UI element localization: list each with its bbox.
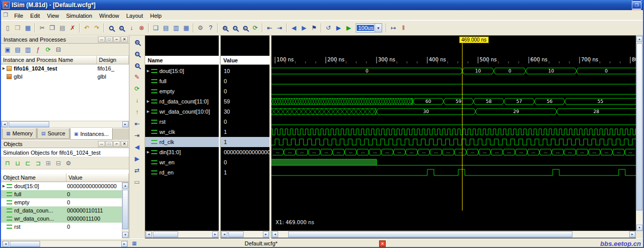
dock-undock-icon[interactable]: ↔ [98, 141, 105, 147]
next-marker-icon[interactable]: ▶ [132, 154, 142, 164]
scroll-left-button[interactable]: ◄ [272, 231, 278, 237]
waveform-canvas[interactable]: 100 ns200 ns300 ns400 ns500 ns600 ns700 … [272, 36, 636, 238]
horizontal-scrollbar[interactable]: ◄► [145, 231, 219, 238]
new-document-icon[interactable]: ▯ [3, 23, 13, 33]
object-row[interactable]: wr_data_coun...00000011100 [1, 215, 129, 223]
scrollbar-thumb[interactable] [228, 231, 244, 237]
expand-icon[interactable]: ▶ [145, 110, 151, 114]
horizontal-scrollbar[interactable]: ◄► [2, 240, 128, 247]
scroll-right-button[interactable]: ► [121, 241, 127, 247]
expand-icon[interactable]: ▶ [1, 184, 7, 188]
scroll-left-button[interactable]: ◄ [3, 241, 9, 247]
wave-signal-row[interactable]: rst [145, 117, 219, 127]
previous-transition-icon[interactable]: ⇤ [132, 119, 142, 129]
filter-input-ports-icon[interactable]: ⊓ [3, 158, 13, 168]
zoom-full-view-icon[interactable]: ▪ [240, 23, 250, 33]
scroll-down-button[interactable]: ▼ [636, 225, 642, 231]
settings-gear-icon[interactable]: ⚙ [63, 158, 74, 168]
scroll-up-button[interactable]: ▲ [636, 36, 642, 42]
scroll-right-button[interactable]: ► [122, 121, 128, 127]
find-in-files-icon[interactable]: ≡ [116, 23, 126, 33]
scrollbar-thumb[interactable] [10, 241, 40, 247]
column-object-value[interactable]: Value [66, 173, 129, 182]
tab-source[interactable]: ▤Source [37, 128, 69, 139]
expand-icon[interactable]: ▶ [145, 150, 151, 154]
new-window-icon[interactable]: ❏ [151, 23, 161, 33]
step-icon[interactable]: ↦ [388, 23, 398, 33]
scroll-right-button[interactable]: ► [212, 231, 218, 237]
zoom-full-view-icon[interactable]: ▪ [132, 60, 142, 70]
previous-marker-icon[interactable]: ◀ [289, 23, 299, 33]
filter-output-ports-icon[interactable]: ⊔ [13, 158, 23, 168]
show-functions-icon[interactable]: ƒ [33, 45, 43, 55]
scroll-left-button[interactable]: ◄ [2, 121, 8, 127]
maximize-panel-icon[interactable]: □ [106, 141, 113, 147]
zoom-out-icon[interactable]: − [132, 49, 142, 59]
wave-signal-row[interactable]: ▶dout[15:0] [145, 66, 219, 76]
go-to-latest-time-icon[interactable]: ↓ [132, 95, 142, 105]
wave-value-row[interactable]: 10 [221, 66, 269, 76]
wrench-icon[interactable]: ⚙ [195, 23, 206, 33]
horizontal-scrollbar[interactable]: ◄► [221, 231, 269, 238]
instance-row[interactable]: glblglbl [1, 73, 129, 81]
vertical-scrollbar[interactable]: ▲▼ [122, 182, 129, 238]
show-instances-icon[interactable]: ▣ [3, 45, 13, 55]
column-design[interactable]: Design [97, 56, 129, 64]
run-for-time-icon[interactable]: ▶ [344, 23, 354, 33]
object-row[interactable]: full0 [1, 190, 129, 198]
zoom-in-icon[interactable]: + [220, 23, 230, 33]
restore-button[interactable]: ❐ [632, 2, 641, 9]
run-all-icon[interactable]: ▶ [333, 23, 344, 33]
paste-icon[interactable]: ▤ [57, 23, 67, 33]
horizontal-scrollbar[interactable]: ◄► [272, 231, 636, 238]
zoom-in-icon[interactable]: + [132, 37, 142, 47]
wave-signal-row[interactable]: ▶rd_data_count[11:0] [145, 96, 219, 107]
object-row[interactable]: ▶dout[15:0]0000000000000000 [1, 182, 129, 190]
show-processes-icon[interactable]: ▤ [13, 45, 23, 55]
find-next-icon[interactable]: ↓ [126, 23, 137, 33]
menu-edit[interactable]: Edit [27, 12, 44, 20]
sim-time-value[interactable]: 100us [357, 25, 374, 31]
filter-constants-icon[interactable]: ⊞ [43, 158, 53, 168]
menu-window[interactable]: Window [96, 12, 123, 20]
wave-signal-row[interactable]: wr_en [145, 157, 219, 167]
filter-variables-icon[interactable]: ⊟ [53, 158, 63, 168]
cursor-time-label[interactable]: 469.000 ns [459, 37, 489, 43]
wave-value-row[interactable]: 0 [221, 76, 269, 86]
wave-signal-row[interactable]: wr_clk [145, 127, 219, 137]
next-marker-icon[interactable]: ▶ [299, 23, 309, 33]
wave-value-row[interactable]: 1 [221, 127, 269, 137]
copy-icon[interactable]: ❐ [47, 23, 57, 33]
close-tab-button[interactable]: ✕ [379, 240, 386, 247]
next-transition-icon[interactable]: ⇥ [132, 130, 142, 140]
cut-icon[interactable]: ✂ [37, 23, 47, 33]
sim-time-dropdown-icon[interactable]: ▼ [375, 24, 382, 32]
menu-file[interactable]: File [11, 12, 27, 20]
scroll-left-button[interactable]: ◄ [221, 231, 227, 237]
scroll-up-button[interactable]: ▲ [122, 183, 128, 189]
object-row[interactable]: rd_data_coun...000000110111 [1, 206, 129, 215]
refresh-icon[interactable]: ⟳ [43, 45, 53, 55]
menu-help[interactable]: Help [147, 12, 165, 20]
floating-ruler-icon[interactable]: ▭ [132, 177, 142, 187]
save-icon[interactable]: ▦ [23, 23, 33, 33]
expand-icon[interactable]: ▶ [145, 69, 151, 73]
delete-icon[interactable]: ✗ [67, 23, 78, 33]
filter-inout-ports-icon[interactable]: ⊏ [23, 158, 33, 168]
close-panel-icon[interactable]: ✕ [121, 141, 128, 147]
dock-undock-icon[interactable]: ↔ [98, 37, 105, 43]
scrollbar-thumb[interactable] [636, 43, 642, 210]
restart-icon[interactable]: ↺ [323, 23, 333, 33]
wave-signal-row[interactable]: ▶din[31:0] [145, 147, 219, 157]
scroll-right-button[interactable]: ► [263, 231, 269, 237]
wave-signal-row[interactable]: rd_en [145, 167, 219, 178]
add-marker-icon[interactable]: ⚑ [309, 23, 319, 33]
collapse-all-icon[interactable]: ⊟ [53, 45, 63, 55]
expand-icon[interactable]: ▶ [1, 66, 7, 70]
wave-signal-row[interactable]: empty [145, 86, 219, 96]
tile-vertically-icon[interactable]: ▥ [171, 23, 181, 33]
float-panel-icon[interactable]: ⌐ [113, 141, 120, 147]
menu-layout[interactable]: Layout [123, 12, 147, 20]
break-icon[interactable]: ‖ [398, 23, 409, 33]
scroll-right-button[interactable]: ► [629, 231, 635, 237]
